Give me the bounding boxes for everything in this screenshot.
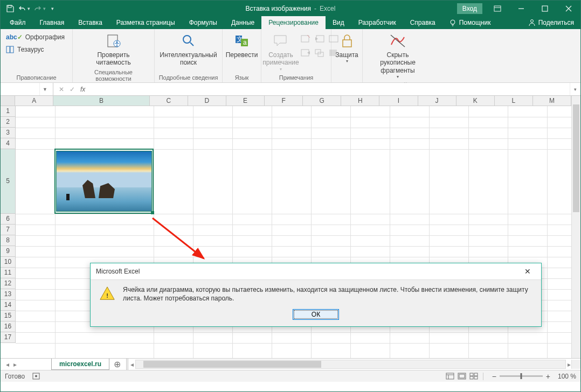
- minimize-button[interactable]: [509, 1, 533, 16]
- col-header[interactable]: G: [303, 96, 341, 106]
- row-header[interactable]: 10: [1, 257, 15, 268]
- prev-comment-icon: [313, 33, 326, 46]
- normal-view-icon[interactable]: [444, 372, 456, 381]
- row-header[interactable]: 11: [1, 268, 15, 278]
- col-header[interactable]: D: [188, 96, 226, 106]
- close-button[interactable]: [557, 1, 580, 16]
- maximize-button[interactable]: [533, 1, 557, 16]
- thesaurus-button[interactable]: Тезаурус: [6, 44, 65, 55]
- new-sheet-button[interactable]: ⊕: [109, 359, 124, 369]
- row-header[interactable]: 14: [1, 300, 15, 311]
- cancel-formula-icon[interactable]: ✕: [59, 86, 64, 93]
- login-button[interactable]: Вход: [457, 3, 482, 14]
- formula-input[interactable]: [91, 83, 570, 95]
- col-header[interactable]: J: [418, 96, 456, 106]
- tell-me-button[interactable]: Помощник: [442, 16, 497, 29]
- col-header[interactable]: I: [379, 96, 418, 106]
- col-header[interactable]: C: [150, 96, 188, 106]
- undo-dropdown-icon[interactable]: ▾: [27, 6, 30, 11]
- insert-function-icon[interactable]: fx: [80, 86, 85, 93]
- tab-review[interactable]: Рецензирование: [261, 16, 326, 29]
- row-header[interactable]: 2: [1, 117, 15, 128]
- document-name: Вставка изображения: [246, 5, 311, 12]
- tab-formulas[interactable]: Формулы: [182, 16, 224, 29]
- save-icon[interactable]: [5, 3, 16, 14]
- tab-developer[interactable]: Разработчик: [351, 16, 403, 29]
- name-box-input[interactable]: [1, 86, 39, 93]
- tab-splitter[interactable]: [126, 359, 128, 370]
- status-ready: Готово: [5, 373, 25, 380]
- scrollbar-thumb[interactable]: [143, 361, 321, 368]
- expand-formula-bar-icon[interactable]: ▾: [570, 83, 580, 95]
- horizontal-scrollbar[interactable]: [135, 360, 566, 369]
- row-header[interactable]: 7: [1, 225, 15, 235]
- col-header[interactable]: H: [341, 96, 379, 106]
- dialog-close-button[interactable]: ✕: [520, 267, 536, 276]
- macro-record-icon[interactable]: [32, 373, 40, 380]
- row-header[interactable]: 9: [1, 246, 15, 257]
- enter-formula-icon[interactable]: ✓: [70, 86, 75, 93]
- zoom-slider[interactable]: [500, 375, 543, 377]
- col-header[interactable]: M: [533, 96, 571, 106]
- zoom-in-button[interactable]: +: [546, 372, 550, 381]
- dialog-ok-button[interactable]: ОК: [293, 309, 339, 320]
- spelling-button[interactable]: abc✓Орфография: [6, 32, 65, 43]
- hscroll-left-icon[interactable]: ◂: [130, 361, 134, 368]
- name-box[interactable]: ▼: [1, 83, 53, 95]
- tab-file[interactable]: Файл: [3, 16, 33, 29]
- tab-view[interactable]: Вид: [326, 16, 351, 29]
- svg-rect-21: [329, 50, 337, 56]
- share-button[interactable]: Поделиться: [522, 16, 580, 29]
- page-layout-view-icon[interactable]: [456, 372, 468, 381]
- col-header[interactable]: A: [15, 96, 53, 106]
- svg-rect-1: [494, 6, 501, 11]
- tab-nav-next-icon[interactable]: ▸: [11, 361, 19, 368]
- svg-text:a: a: [243, 39, 247, 46]
- qat-customize-icon[interactable]: ▾: [51, 6, 54, 11]
- ribbon-options-icon[interactable]: [486, 1, 509, 16]
- sheet-tab[interactable]: microexcel.ru: [51, 359, 109, 370]
- row-header[interactable]: 17: [1, 332, 15, 343]
- col-header[interactable]: F: [265, 96, 303, 106]
- thesaurus-icon: [6, 46, 15, 53]
- col-header[interactable]: B: [53, 96, 149, 106]
- zoom-out-button[interactable]: −: [492, 372, 496, 381]
- check-accessibility-button[interactable]: Проверить читаемость: [93, 31, 134, 68]
- row-header[interactable]: 13: [1, 289, 15, 300]
- name-box-dropdown-icon[interactable]: ▼: [39, 83, 50, 95]
- svg-point-9: [116, 41, 117, 43]
- tab-home[interactable]: Главная: [33, 16, 72, 29]
- select-all-button[interactable]: [1, 96, 15, 106]
- vertical-scrollbar[interactable]: [571, 96, 580, 361]
- row-header[interactable]: 5: [1, 149, 15, 214]
- tab-page-layout[interactable]: Разметка страницы: [109, 16, 182, 29]
- hide-ink-button[interactable]: Скрыть рукописные фрагменты▾: [366, 31, 430, 81]
- row-header[interactable]: 8: [1, 235, 15, 246]
- row-header[interactable]: 15: [1, 311, 15, 321]
- row-header[interactable]: 6: [1, 214, 15, 225]
- zoom-level[interactable]: 100 %: [554, 373, 576, 380]
- tab-help[interactable]: Справка: [403, 16, 442, 29]
- row-header[interactable]: 16: [1, 321, 15, 332]
- col-header[interactable]: E: [226, 96, 265, 106]
- scrollbar-thumb[interactable]: [573, 104, 579, 212]
- translate-button[interactable]: 文aПеревести: [226, 31, 258, 60]
- tab-insert[interactable]: Вставка: [71, 16, 109, 29]
- col-header[interactable]: L: [495, 96, 533, 106]
- row-header[interactable]: 4: [1, 138, 15, 149]
- page-break-view-icon[interactable]: [468, 372, 480, 381]
- row-header[interactable]: 1: [1, 106, 15, 117]
- hscroll-right-icon[interactable]: ▸: [567, 361, 571, 368]
- tab-nav-prev-icon[interactable]: ◂: [4, 361, 11, 368]
- undo-icon[interactable]: [17, 3, 27, 14]
- embedded-picture[interactable]: [56, 151, 152, 212]
- col-header[interactable]: K: [456, 96, 495, 106]
- redo-dropdown-icon[interactable]: ▾: [43, 6, 46, 11]
- svg-point-4: [530, 20, 533, 23]
- redo-icon[interactable]: [32, 3, 43, 14]
- row-header[interactable]: 3: [1, 128, 15, 138]
- smart-lookup-button[interactable]: Интеллектуальный поиск: [158, 31, 219, 68]
- tab-data[interactable]: Данные: [224, 16, 261, 29]
- row-header[interactable]: 12: [1, 278, 15, 289]
- svg-rect-0: [8, 5, 11, 8]
